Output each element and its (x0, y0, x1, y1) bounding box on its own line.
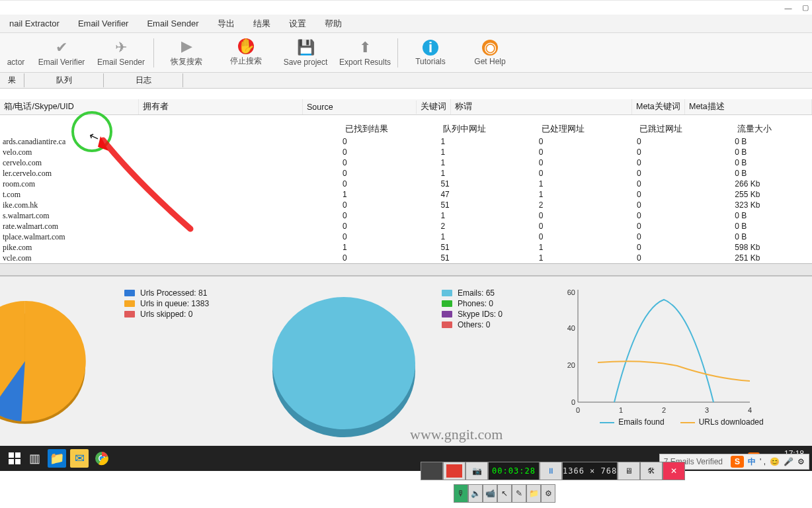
col-title-word[interactable]: 称谓 (451, 99, 632, 114)
horizontal-scrollbar[interactable] (0, 263, 812, 275)
svg-text:20: 20 (567, 361, 575, 369)
menu-extractor[interactable]: nail Extractor (0, 16, 69, 31)
menu-sender[interactable]: Email Sender (138, 16, 208, 31)
cell-host: vcle.com (0, 253, 341, 263)
rec-timer: 00:03:28 (488, 462, 540, 480)
menu-verifier[interactable]: Email Verifier (69, 16, 138, 31)
col-meta-desc[interactable]: Meta描述 (685, 99, 812, 114)
table-row[interactable]: velo.com01000 B (0, 147, 812, 157)
screen-recorder-bar[interactable]: 📷 00:03:28 ⏸ 1366 × 768 🖥 🛠 ✕ (421, 460, 685, 482)
cell-skipped: 0 (635, 190, 733, 199)
cell-queue: 1 (439, 137, 537, 146)
legend-phones: Phones: 0 (458, 299, 493, 308)
toolbar-separator (397, 38, 398, 67)
save-project-button[interactable]: 💾 Save project (276, 34, 335, 71)
table-row[interactable]: ler.cervelo.com01000 B (0, 168, 812, 179)
get-help-button[interactable]: ◉ Get Help (460, 34, 520, 71)
head-skipped: 已跳过网址 (635, 122, 733, 136)
tutorials-button[interactable]: i Tutorials (401, 34, 460, 71)
legend-swatch (442, 290, 452, 296)
table-row[interactable]: s.walmart.com01000 B (0, 210, 812, 221)
table-row[interactable]: ike.com.hk05120323 Kb (0, 200, 812, 210)
cell-found: 1 (341, 190, 439, 199)
legend-others: Others: 0 (458, 320, 490, 329)
cell-skipped: 0 (635, 253, 733, 263)
rec-settings-icon[interactable]: ⚙ (541, 484, 555, 503)
rec-folder-icon[interactable]: 📁 (526, 484, 541, 503)
rec-mic-icon[interactable]: 🎙 (454, 484, 468, 503)
col-contact[interactable]: 箱/电话/Skype/UID (0, 99, 139, 114)
rec-drag-handle[interactable] (421, 462, 443, 480)
rec-camera-button[interactable]: 📷 (466, 462, 488, 480)
menu-export[interactable]: 导出 (208, 15, 244, 32)
table-row[interactable]: cervelo.com01000 B (0, 157, 812, 168)
chrome-icon[interactable] (93, 449, 111, 468)
col-source[interactable]: Source (303, 101, 417, 114)
minimize-icon[interactable]: — (784, 4, 792, 12)
head-traffic: 流量大小 (733, 122, 812, 136)
cell-skipped: 0 (635, 232, 733, 241)
export-results-button[interactable]: ⬆ Export Results (335, 34, 395, 71)
svg-rect-15 (15, 452, 20, 458)
menu-results[interactable]: 结果 (244, 15, 280, 32)
table-row[interactable]: t.com14710255 Kb (0, 189, 812, 200)
ime-settings-icon[interactable]: ⚙ (797, 457, 805, 466)
life-ring-icon: ◉ (482, 40, 498, 56)
legend-swatch (124, 300, 135, 307)
table-row[interactable]: room.com05110266 Kb (0, 179, 812, 189)
cell-queue: 2 (439, 222, 537, 231)
tab-queue[interactable]: 队列 (24, 73, 104, 87)
cell-processed: 0 (538, 148, 635, 157)
verifier-button[interactable]: ✔ Email Verifier (32, 34, 91, 71)
menu-help[interactable]: 帮助 (315, 15, 351, 32)
results-columns: 箱/电话/Skype/UID 拥有者 Source 关键词 称谓 Meta关键词… (0, 99, 812, 115)
rec-screen-button[interactable]: 🖥 (618, 462, 640, 480)
pie-results-legend: Emails: 65 Phones: 0 Skype IDs: 0 Others… (436, 276, 542, 446)
start-button[interactable] (4, 448, 25, 469)
table-row[interactable]: tplace.walmart.com01000 B (0, 232, 812, 242)
table-row[interactable]: pike.com15110598 Kb (0, 242, 812, 253)
ime-emoji-icon[interactable]: 😊 (770, 457, 780, 466)
toolbar-label: Get Help (474, 57, 505, 66)
table-row[interactable]: ards.canadiantire.ca01000 B (0, 136, 812, 147)
cell-found: 0 (341, 232, 439, 241)
table-row[interactable]: vcle.com05110251 Kb (0, 253, 812, 263)
ime-lang[interactable]: 中 (748, 456, 756, 468)
legend-swatch (442, 321, 452, 328)
rec-tools-button[interactable]: 🛠 (640, 462, 663, 480)
file-explorer-icon[interactable]: 📁 (48, 449, 66, 468)
stop-search-button[interactable]: ✋ 停止搜索 (216, 34, 276, 71)
extractor-button[interactable]: actor (0, 34, 32, 71)
task-view-icon[interactable]: ▥ (25, 449, 44, 468)
ime-punct[interactable]: ' , (760, 457, 766, 466)
tab-results[interactable]: 果 (0, 73, 24, 87)
rec-pause-button[interactable]: ⏸ (540, 462, 562, 480)
stop-icon: ✋ (238, 38, 254, 54)
cell-traffic: 255 Kb (733, 190, 812, 199)
sender-button[interactable]: ✈ Email Sender (91, 34, 151, 71)
maximize-icon[interactable]: ▢ (801, 4, 809, 12)
menu-settings[interactable]: 设置 (280, 15, 315, 32)
table-row[interactable]: rate.walmart.com02000 B (0, 221, 812, 232)
cell-traffic: 0 B (733, 222, 812, 231)
svg-text:4: 4 (748, 406, 752, 414)
rec-webcam-icon[interactable]: 📹 (483, 484, 497, 503)
cell-traffic: 0 B (733, 137, 812, 146)
cell-found: 0 (341, 137, 439, 146)
rec-close-button[interactable]: ✕ (663, 462, 685, 480)
rec-speaker-icon[interactable]: 🔈 (468, 484, 483, 503)
col-owner[interactable]: 拥有者 (139, 99, 303, 114)
mail-icon[interactable]: ✉ (70, 449, 89, 468)
rec-pen-icon[interactable]: ✎ (512, 484, 526, 503)
svg-rect-14 (9, 452, 14, 458)
watermark-text: www.gngit.com (410, 426, 503, 443)
tab-log[interactable]: 日志 (104, 73, 183, 87)
ime-mic-icon[interactable]: 🎤 (784, 457, 793, 466)
cell-found: 0 (341, 169, 439, 178)
resume-search-button[interactable]: ▶ 恢复搜索 (157, 34, 216, 71)
rec-cursor-icon[interactable]: ↖ (497, 484, 512, 503)
legend-swatch (124, 290, 135, 296)
col-keyword[interactable]: 关键词 (417, 99, 451, 114)
rec-record-button[interactable] (443, 462, 466, 480)
col-meta-kw[interactable]: Meta关键词 (632, 99, 685, 114)
